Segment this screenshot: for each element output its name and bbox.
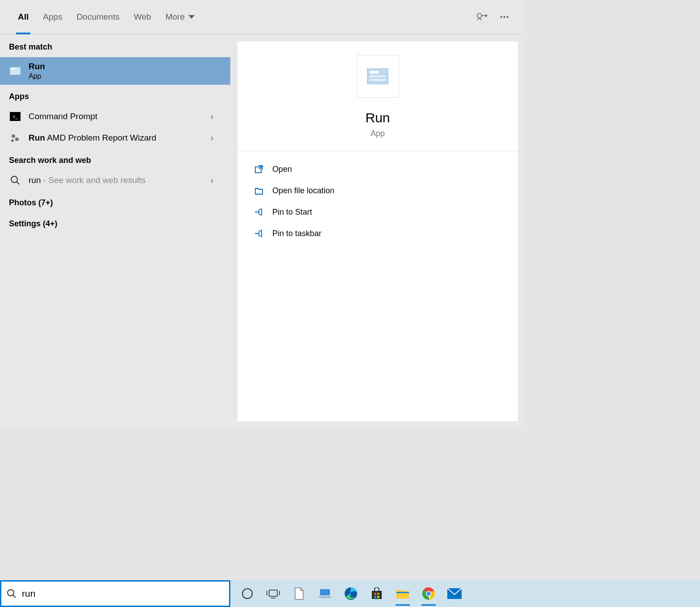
tab-all[interactable]: All	[11, 0, 36, 34]
folder-icon	[254, 185, 264, 196]
detail-subtitle: App	[371, 129, 385, 138]
options-icon[interactable]	[495, 7, 514, 27]
svg-rect-13	[370, 75, 386, 77]
result-web-search[interactable]: run - See work and web results ›	[0, 170, 230, 191]
section-settings[interactable]: Settings (4+)	[0, 212, 230, 233]
section-best-match: Best match	[0, 34, 230, 57]
results-pane: Best match Run App Apps >_ Command Promp…	[0, 34, 230, 428]
detail-pane: Run App Open Open file location	[238, 42, 518, 421]
svg-rect-14	[370, 79, 386, 81]
result-title: Run	[29, 62, 221, 71]
chevron-down-icon	[188, 15, 195, 19]
svg-rect-5	[11, 68, 16, 70]
run-app-icon	[9, 65, 21, 77]
tab-apps[interactable]: Apps	[36, 0, 69, 34]
result-subtitle: App	[29, 72, 221, 80]
windows-search-panel: All Apps Documents Web More Best match	[0, 0, 525, 428]
result-amd-wizard[interactable]: Run AMD Problem Report Wizard ›	[0, 127, 230, 149]
gears-icon	[9, 132, 21, 144]
tab-documents[interactable]: Documents	[70, 0, 127, 34]
filter-tabs: All Apps Documents Web More	[0, 0, 525, 34]
result-best-match[interactable]: Run App	[0, 57, 230, 85]
tab-more[interactable]: More	[158, 0, 201, 34]
search-icon	[9, 174, 21, 187]
action-open[interactable]: Open	[238, 158, 518, 180]
detail-title: Run	[365, 110, 390, 125]
command-prompt-icon: >_	[9, 110, 21, 123]
svg-point-9	[11, 176, 17, 183]
result-title: Run AMD Problem Report Wizard	[29, 133, 211, 143]
svg-point-1	[500, 16, 502, 18]
svg-point-0	[477, 13, 482, 18]
detail-pane-wrapper: Run App Open Open file location	[230, 34, 525, 428]
tab-web[interactable]: Web	[127, 0, 158, 34]
section-search-web: Search work and web	[0, 149, 230, 170]
svg-point-3	[507, 16, 508, 18]
action-pin-to-start[interactable]: Pin to Start	[238, 201, 518, 223]
result-command-prompt[interactable]: >_ Command Prompt ›	[0, 106, 230, 127]
action-open-file-location[interactable]: Open file location	[238, 180, 518, 201]
svg-rect-12	[370, 71, 379, 74]
run-app-large-icon	[356, 55, 399, 98]
result-title: run - See work and web results	[29, 175, 211, 185]
svg-point-8	[11, 139, 14, 142]
feedback-icon[interactable]	[472, 7, 492, 27]
open-icon	[254, 164, 264, 175]
section-apps: Apps	[0, 85, 230, 106]
chevron-right-icon: ›	[211, 112, 221, 121]
svg-point-7	[15, 137, 19, 141]
section-photos[interactable]: Photos (7+)	[0, 191, 230, 212]
pin-icon	[254, 228, 264, 239]
result-title: Command Prompt	[29, 112, 211, 121]
action-pin-to-taskbar[interactable]: Pin to taskbar	[238, 223, 518, 244]
svg-line-10	[17, 182, 19, 184]
svg-rect-4	[10, 67, 21, 75]
svg-point-2	[504, 16, 505, 18]
chevron-right-icon: ›	[211, 176, 221, 185]
pin-icon	[254, 207, 264, 217]
chevron-right-icon: ›	[211, 133, 221, 143]
svg-point-6	[12, 134, 15, 138]
